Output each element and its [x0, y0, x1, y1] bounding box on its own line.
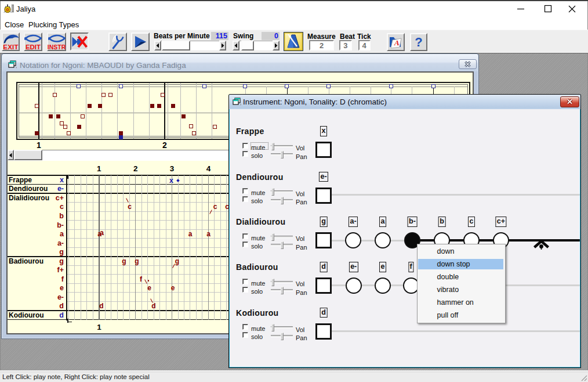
svg-text:A: A: [394, 38, 400, 47]
